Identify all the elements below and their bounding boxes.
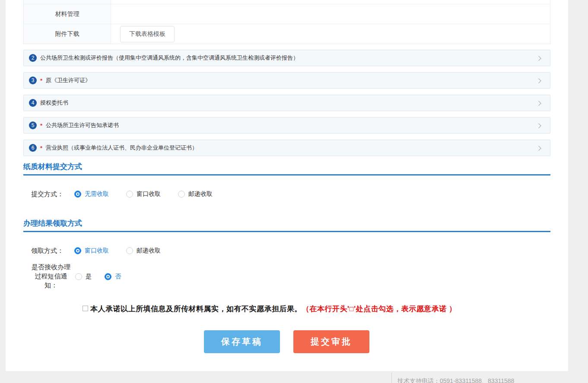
radio-option-yes[interactable]: 是 xyxy=(75,273,92,281)
section-underline xyxy=(23,174,550,176)
radio-option-mail-pickup[interactable]: 邮递收取 xyxy=(126,247,161,255)
attachment-download-label: 附件下载 xyxy=(24,24,111,44)
material-item-3[interactable]: 3 * 原《卫生许可证》 xyxy=(23,72,550,89)
chevron-right-icon[interactable] xyxy=(536,78,541,83)
required-asterisk: * xyxy=(40,77,42,84)
support-phone-text: 技术支持电话：0591-83311588、83311588 xyxy=(397,377,514,383)
attachment-download-value: 下载表格模板 xyxy=(111,24,550,44)
radio-option-window-collect[interactable]: 窗口收取 xyxy=(126,190,161,198)
radio-option-no[interactable]: 否 xyxy=(105,273,121,281)
sms-label-line: 知： xyxy=(30,281,72,290)
save-draft-button[interactable]: 保存草稿 xyxy=(204,330,280,353)
pickup-method-radio-group: 窗口收取 邮递收取 xyxy=(74,247,161,255)
radio-option-window-pickup[interactable]: 窗口收取 xyxy=(74,247,109,255)
download-template-button[interactable]: 下载表格模板 xyxy=(120,26,175,42)
radio-option-label[interactable]: 无需收取 xyxy=(85,190,109,198)
radio-selected-icon[interactable] xyxy=(74,247,81,254)
material-item-5[interactable]: 5 * 公共场所卫生许可告知承诺书 xyxy=(23,117,550,134)
sms-notify-label: 是否接收办理 过程短信通 知： xyxy=(30,262,72,290)
radio-option-label[interactable]: 是 xyxy=(86,273,92,281)
radio-option-no-collect[interactable]: 无需收取 xyxy=(74,190,109,198)
radio-selected-icon[interactable] xyxy=(105,273,111,280)
required-asterisk: * xyxy=(40,122,42,129)
material-manage-value xyxy=(111,4,550,24)
submit-method-radio-group: 无需收取 窗口收取 邮递收取 xyxy=(74,190,213,198)
result-section-title: 办理结果领取方式 xyxy=(23,218,82,228)
material-item-title: 原《卫生许可证》 xyxy=(46,77,91,84)
table-row xyxy=(24,0,550,4)
chevron-right-icon[interactable] xyxy=(536,123,541,128)
item-number-badge: 4 xyxy=(29,99,37,107)
material-table: 材料管理 附件下载 下载表格模板 xyxy=(23,0,550,44)
item-number-badge: 5 xyxy=(29,121,37,129)
radio-option-label[interactable]: 窗口收取 xyxy=(85,247,109,255)
paper-section-title: 纸质材料提交方式 xyxy=(23,162,82,172)
material-manage-label: 材料管理 xyxy=(24,4,111,24)
material-item-title: 授权委托书 xyxy=(40,99,68,107)
material-item-title: 营业执照（或事业单位法人证书、民办非企业单位登记证书） xyxy=(46,144,197,152)
footer-divider xyxy=(391,373,392,383)
radio-option-label[interactable]: 邮递收取 xyxy=(188,190,213,198)
sms-label-line: 是否接收办理 xyxy=(30,262,72,271)
material-item-title: 公共场所卫生许可告知承诺书 xyxy=(46,121,119,129)
material-item-4[interactable]: 4 授权委托书 xyxy=(23,95,550,111)
table-label-cell xyxy=(24,0,111,4)
material-item-title: 公共场所卫生检测或评价报告（使用集中空调通风系统的，含集中空调通风系统卫生检测或… xyxy=(40,54,299,62)
commitment-text-red: （在本行开头'□'处点击勾选，表示愿意承诺 ） xyxy=(302,305,457,313)
chevron-right-icon[interactable] xyxy=(536,101,541,105)
radio-unselected-icon[interactable] xyxy=(178,191,185,198)
item-number-badge: 6 xyxy=(29,144,37,152)
pickup-method-label: 领取方式： xyxy=(31,247,64,255)
radio-unselected-icon[interactable] xyxy=(126,191,133,198)
commitment-checkbox[interactable] xyxy=(83,306,88,311)
chevron-right-icon[interactable] xyxy=(536,146,541,150)
commitment-statement: 本人承诺以上所填信息及所传材料属实，如有不实愿承担后果。（在本行开头'□'处点击… xyxy=(90,304,457,314)
radio-selected-icon[interactable] xyxy=(74,191,81,198)
table-row: 材料管理 xyxy=(24,4,550,24)
radio-option-mail-collect[interactable]: 邮递收取 xyxy=(178,190,213,198)
item-number-badge: 3 xyxy=(29,77,37,84)
material-item-6[interactable]: 6 * 营业执照（或事业单位法人证书、民办非企业单位登记证书） xyxy=(23,140,550,156)
sms-label-line: 过程短信通 xyxy=(30,271,72,281)
table-value-cell xyxy=(111,0,550,4)
radio-unselected-icon[interactable] xyxy=(126,247,133,254)
chevron-right-icon[interactable] xyxy=(536,56,541,61)
commitment-text-black: 本人承诺以上所填信息及所传材料属实，如有不实愿承担后果。 xyxy=(90,305,302,313)
radio-unselected-icon[interactable] xyxy=(75,273,82,280)
table-row: 附件下载 下载表格模板 xyxy=(24,24,550,44)
section-underline xyxy=(23,231,550,232)
material-item-2[interactable]: 2 公共场所卫生检测或评价报告（使用集中空调通风系统的，含集中空调通风系统卫生检… xyxy=(23,50,550,66)
item-number-badge: 2 xyxy=(29,54,37,62)
required-asterisk: * xyxy=(40,145,42,151)
radio-option-label[interactable]: 邮递收取 xyxy=(137,247,161,255)
radio-option-label[interactable]: 否 xyxy=(115,273,121,281)
sms-notify-radio-group: 是 否 xyxy=(75,273,121,281)
radio-option-label[interactable]: 窗口收取 xyxy=(137,190,161,198)
submit-approval-button[interactable]: 提交审批 xyxy=(293,330,369,353)
submit-method-label: 提交方式： xyxy=(31,190,64,198)
